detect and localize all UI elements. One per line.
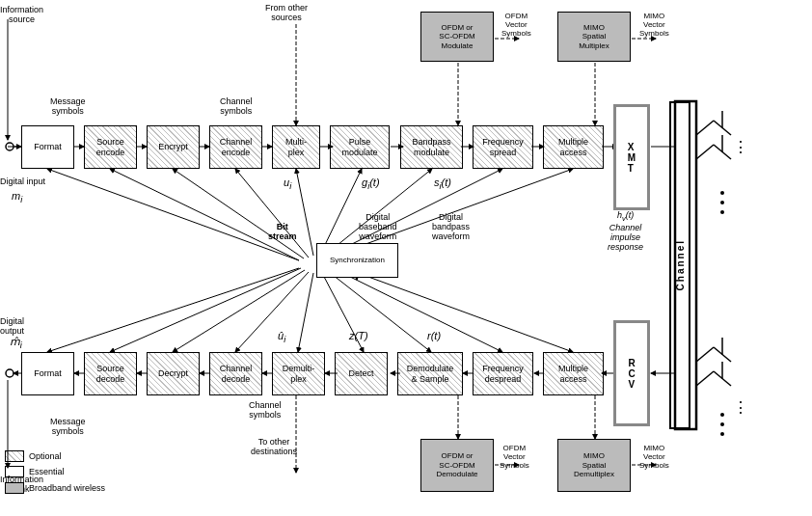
legend-essential: Essential <box>5 465 105 478</box>
svg-line-48 <box>323 169 362 249</box>
svg-point-21 <box>6 369 14 377</box>
source-encode-label: Sourceencode <box>96 137 125 158</box>
decrypt-box: Decrypt <box>147 352 200 395</box>
encrypt-box: Encrypt <box>147 125 200 169</box>
ofdm-top-label: OFDM orSC-OFDMModulate <box>439 23 474 51</box>
bit-stream-label: Bitstream <box>268 222 297 241</box>
svg-line-43 <box>47 169 299 260</box>
multiplex-box: Multi-plex <box>272 125 320 169</box>
source-decode-label: Sourcedecode <box>96 364 125 385</box>
svg-line-55 <box>235 272 309 352</box>
to-other-dest-label: To otherdestinations <box>251 437 297 456</box>
ht-label: hv(t)Channelimpulseresponse <box>608 210 643 252</box>
xmt-dots: ⋮ <box>733 140 748 155</box>
svg-line-26 <box>714 121 731 135</box>
message-symbols-bot-label: Messagesymbols <box>50 417 86 436</box>
format-bottom-label: Format <box>34 368 62 379</box>
si-label: si(t) <box>434 177 451 191</box>
ofdm-bot-label: OFDM orSC-OFDMDemodulate <box>436 451 477 479</box>
legend-gray-box <box>5 482 24 494</box>
format-bottom-box: Format <box>21 352 74 395</box>
channel-symbols-bot-label: Channelsymbols <box>249 400 282 420</box>
svg-line-29 <box>714 145 731 159</box>
mimo-top-box: MIMOSpatialMultiplex <box>557 12 631 62</box>
svg-point-38 <box>720 201 724 204</box>
svg-line-31 <box>696 347 714 362</box>
sync-label: Synchronization <box>330 256 385 265</box>
demultiplex-box: Demulti-plex <box>272 352 325 395</box>
multiple-access-bot-box: Multipleaccess <box>543 352 604 395</box>
demod-sample-label: Demodulate& Sample <box>407 364 454 385</box>
digital-output-label: Digitaloutput <box>0 316 24 336</box>
format-top-label: Format <box>34 142 62 152</box>
diagram: Format Sourceencode Encrypt Channelencod… <box>0 0 812 516</box>
mi-label: mi <box>12 190 22 204</box>
legend-essential-label: Essential <box>29 465 65 478</box>
sync-box: Synchronization <box>316 243 398 278</box>
channel-decode-label: Channeldecode <box>220 364 253 385</box>
svg-point-42 <box>720 432 724 436</box>
mimo-bot-label: MIMOSpatialDemultiplex <box>574 451 614 479</box>
svg-line-46 <box>235 169 309 258</box>
mhat-label: m̂i <box>10 336 22 350</box>
rcv-label: RCV <box>628 358 635 390</box>
gi-label: gi(t) <box>362 177 380 191</box>
freq-despread-box: Frequencydespread <box>473 352 533 395</box>
multiple-access-top-label: Multipleaccess <box>558 137 588 158</box>
svg-point-39 <box>720 210 724 214</box>
bandpass-modulate-box: Bandpassmodulate <box>400 125 463 169</box>
svg-point-37 <box>720 191 724 195</box>
rcv-box: RCV <box>613 320 650 426</box>
legend-broadband: Broadband wireless <box>5 481 105 495</box>
svg-point-41 <box>720 422 724 426</box>
svg-line-47 <box>296 169 313 256</box>
freq-despread-label: Frequencydespread <box>482 364 524 385</box>
source-encode-box: Sourceencode <box>84 125 137 169</box>
mimo-top-label: MIMOSpatialMultiplex <box>579 23 609 51</box>
legend: Optional Essential Broadband wireless <box>5 449 105 497</box>
channel-box: Channel <box>669 101 690 429</box>
channel-label: Channel <box>675 239 686 290</box>
channel-symbols-top-label: Channelsymbols <box>220 96 253 116</box>
xmt-label: XMT <box>628 142 636 174</box>
svg-line-44 <box>110 169 299 260</box>
format-top-box: Format <box>21 125 74 169</box>
pulse-modulate-box: Pulsemodulate <box>330 125 390 169</box>
svg-line-53 <box>110 268 301 352</box>
uhat-label: ûi <box>278 330 285 344</box>
legend-optional: Optional <box>5 449 105 463</box>
rcv-dots: ⋮ <box>733 400 748 416</box>
demultiplex-label: Demulti-plex <box>283 364 315 385</box>
from-other-sources-label: From othersources <box>265 3 308 22</box>
ofdm-top-box: OFDM orSC-OFDMModulate <box>420 12 494 62</box>
mimo-vector-top-label: MIMOVectorSymbols <box>639 12 669 38</box>
svg-line-56 <box>298 273 313 352</box>
info-source-label: Informationsource <box>0 5 43 24</box>
svg-line-52 <box>47 268 299 352</box>
detect-box: Detect <box>335 352 388 395</box>
svg-line-60 <box>350 270 573 352</box>
ofdm-vector-top-label: OFDMVectorSymbols <box>501 12 531 38</box>
svg-line-34 <box>696 371 714 386</box>
xmt-box: XMT <box>613 104 650 210</box>
demod-sample-box: Demodulate& Sample <box>397 352 463 395</box>
channel-decode-box: Channeldecode <box>209 352 262 395</box>
multiple-access-bot-label: Multipleaccess <box>558 364 588 385</box>
freq-spread-box: Frequencyspread <box>473 125 533 169</box>
digital-input-label: Digital input <box>0 177 45 186</box>
svg-line-35 <box>714 371 731 386</box>
svg-line-28 <box>696 145 714 159</box>
bandpass-modulate-label: Bandpassmodulate <box>412 137 450 158</box>
source-decode-box: Sourcedecode <box>84 352 137 395</box>
svg-line-32 <box>714 347 731 362</box>
rt-label: r(t) <box>427 330 441 341</box>
legend-hatched-box <box>5 450 24 462</box>
digital-baseband-label: Digitalbasebandwaveform <box>359 212 397 241</box>
ofdm-bot-box: OFDM orSC-OFDMDemodulate <box>420 439 494 492</box>
zt-label: z(T) <box>349 330 368 341</box>
ui-label: ui <box>284 177 291 191</box>
svg-point-40 <box>720 413 724 417</box>
encrypt-label: Encrypt <box>158 142 188 152</box>
mimo-vector-bot-label: MIMOVectorSymbols <box>639 444 669 470</box>
legend-broadband-label: Broadband wireless <box>29 481 105 495</box>
